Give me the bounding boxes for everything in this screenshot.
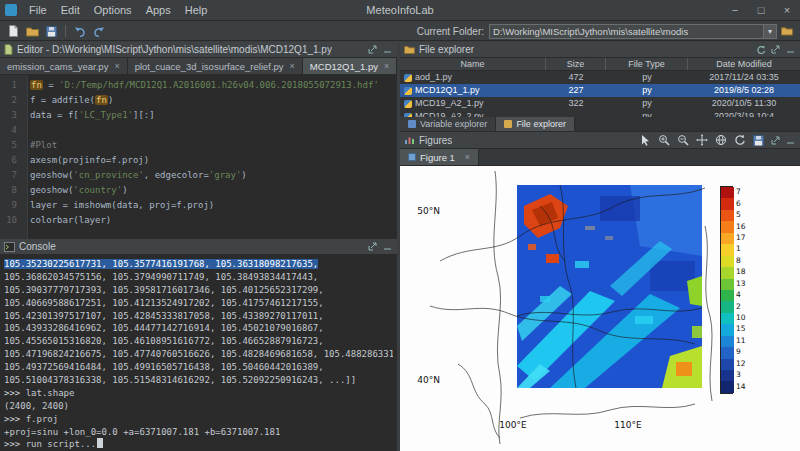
full-extent-globe-icon[interactable]	[713, 134, 728, 147]
column-header-file-type[interactable]: File Type	[606, 58, 688, 70]
console-line[interactable]: >>> lat.shape	[4, 387, 393, 400]
table-row[interactable]: MCD19_A2_1.py322py2020/10/5 11:30	[400, 97, 800, 110]
code-text[interactable]: geoshow('country')	[22, 183, 128, 198]
console-line[interactable]: 105.51004378316338, 105.51548314616292, …	[4, 374, 393, 387]
menu-apps[interactable]: Apps	[139, 4, 178, 16]
x-tick-110e: 110°E	[614, 420, 642, 430]
colorbar-label: 7	[736, 186, 746, 197]
console-float-icon[interactable]	[367, 241, 378, 252]
variable-explorer-icon	[408, 120, 416, 128]
code-editor[interactable]: 1fn = 'D:/Temp/hdf/MCD12Q1.A2016001.h26v…	[0, 75, 397, 239]
browse-folder-icon[interactable]	[778, 24, 795, 39]
colorbar-segment	[721, 210, 734, 221]
menu-options[interactable]: Options	[87, 4, 139, 16]
code-text[interactable]: #Plot	[22, 138, 57, 153]
code-text[interactable]: axesm(projinfo=f.proj)	[22, 153, 149, 168]
column-header-name[interactable]: Name	[400, 58, 546, 70]
console-output[interactable]: 105.35230225617731, 105.3577416191768, 1…	[0, 255, 397, 451]
figure-tab-close-icon[interactable]: ×	[465, 152, 470, 162]
save-icon[interactable]	[43, 24, 60, 39]
figures-float-icon[interactable]	[770, 135, 781, 146]
current-folder-combobox[interactable]: D:\Working\MIScript\Jython\mis\satellite…	[489, 24, 777, 39]
console-line[interactable]: 105.35230225617731, 105.3577416191768, 1…	[4, 258, 393, 271]
raster-image	[517, 185, 702, 388]
tab-close-icon[interactable]: ×	[114, 61, 119, 71]
figure-save-icon[interactable]	[751, 134, 766, 147]
menu-edit[interactable]: Edit	[54, 4, 87, 16]
zoom-in-icon[interactable]	[656, 134, 671, 147]
open-folder-icon[interactable]	[24, 24, 41, 39]
console-minimize-icon[interactable]	[382, 241, 393, 252]
code-text[interactable]: fn = 'D:/Temp/hdf/MCD12Q1.A2016001.h26v0…	[22, 78, 379, 93]
console-line[interactable]: 105.45565015316820, 105.46108951616772, …	[4, 335, 393, 348]
table-row[interactable]: MCD19_A2_2.pypy2020/3/19 10:4	[400, 110, 800, 117]
editor-tab-plot-cuace-3d-isosurface-relief-py[interactable]: plot_cuace_3d_isosurface_relief.py×	[128, 58, 303, 74]
new-file-icon[interactable]	[5, 24, 22, 39]
console-line[interactable]: 105.40669588617251, 105.41213524917202, …	[4, 297, 393, 310]
editor-float-icon[interactable]	[367, 44, 378, 55]
line-number: 9	[0, 198, 22, 213]
console-line[interactable]: +proj=sinu +lon_0=0.0 +a=6371007.181 +b=…	[4, 426, 393, 439]
editor-panel: Editor - D:\Working\MIScript\Jython\mis\…	[0, 42, 397, 239]
file-explorer-minimize-icon[interactable]	[785, 44, 796, 55]
undo-icon[interactable]	[71, 24, 88, 39]
code-text[interactable]	[22, 123, 30, 138]
combobox-dropdown-icon[interactable]: ▾	[763, 25, 776, 38]
code-text[interactable]: layer = imshowm(data, proj=f.proj)	[22, 198, 214, 213]
figure-tab-label: Figure 1	[420, 152, 455, 163]
tab-file-explorer[interactable]: File explorer	[496, 117, 575, 131]
y-tick-40n: 40°N	[417, 375, 440, 385]
editor-tab-mcd12q1-1-py[interactable]: MCD12Q1_1.py×	[303, 58, 397, 74]
column-header-size[interactable]: Size	[546, 58, 606, 70]
console-line[interactable]: 105.42301397517107, 105.42845333817058, …	[4, 310, 393, 323]
console-line[interactable]: 105.49372569416484, 105.49916505716438, …	[4, 361, 393, 374]
figures-minimize-icon[interactable]	[785, 135, 796, 146]
figure-tab[interactable]: Figure 1 ×	[400, 149, 479, 165]
select-arrow-icon[interactable]	[637, 134, 652, 147]
code-text[interactable]: data = f['LC_Type1'][:]	[22, 108, 155, 123]
code-text[interactable]: colorbar(layer)	[22, 213, 111, 228]
table-row[interactable]: aod_1.py472py2017/11/24 03:35	[400, 71, 800, 84]
console-line[interactable]: >>> run script...	[4, 438, 393, 451]
file-type-cell: py	[606, 110, 688, 117]
editor-tab-emission-cams-year-py[interactable]: emission_cams_year.py×	[0, 58, 128, 74]
console-line[interactable]: >>> f.proj	[4, 413, 393, 426]
colorbar-segment	[721, 313, 734, 324]
redo-icon[interactable]	[90, 24, 107, 39]
maximize-button[interactable]: □	[748, 0, 774, 21]
figures-panel-title: Figures	[419, 135, 452, 146]
pan-icon[interactable]	[694, 134, 709, 147]
console-panel-title: Console	[19, 241, 56, 252]
console-line[interactable]: (2400, 2400)	[4, 400, 393, 413]
console-icon	[4, 242, 15, 252]
console-line[interactable]: 105.39037779717393, 105.39581716017346, …	[4, 284, 393, 297]
zoom-out-icon[interactable]	[675, 134, 690, 147]
tab-label: emission_cams_year.py	[7, 61, 108, 72]
minimize-button[interactable]: −	[722, 0, 748, 21]
menu-help[interactable]: Help	[178, 4, 215, 16]
menu-file[interactable]: File	[22, 4, 54, 16]
tab-close-icon[interactable]: ×	[290, 61, 295, 71]
console-line[interactable]: 105.47196824216675, 105.47740760516626, …	[4, 348, 393, 361]
file-explorer-float-icon[interactable]	[770, 44, 781, 55]
console-line[interactable]: 105.43933286416962, 105.44477142716914, …	[4, 322, 393, 335]
console-panel: Console 105.35230225617731, 105.35774161…	[0, 239, 397, 451]
console-line[interactable]: 105.36862034575156, 105.3794990711749, 1…	[4, 271, 393, 284]
code-text[interactable]: geoshow('cn_province', edgecolor='gray')	[22, 168, 247, 183]
tab-variable-explorer[interactable]: Variable explorer	[400, 117, 496, 131]
colorbar-segment	[721, 233, 734, 244]
close-button[interactable]: ×	[774, 0, 800, 21]
column-header-date-modified[interactable]: Date Modified	[688, 58, 800, 70]
table-row[interactable]: MCD12Q1_1.py227py2019/8/5 02:28	[400, 84, 800, 97]
file-date-cell: 2017/11/24 03:35	[688, 71, 800, 84]
tab-close-icon[interactable]: ×	[384, 61, 389, 71]
colorbar-segment	[721, 301, 734, 312]
colorbar-segment	[721, 359, 734, 370]
figure-canvas[interactable]: 50°N 40°N 100°E 110°E 765161718181342101…	[400, 166, 800, 451]
refresh-icon[interactable]	[755, 44, 766, 55]
figure-refresh-icon[interactable]	[732, 134, 747, 147]
colorbar-segment	[721, 324, 734, 335]
colorbar: 765161718181342101511912314	[720, 186, 746, 394]
code-text[interactable]: f = addfile(fn)	[22, 93, 113, 108]
editor-minimize-icon[interactable]	[382, 44, 393, 55]
